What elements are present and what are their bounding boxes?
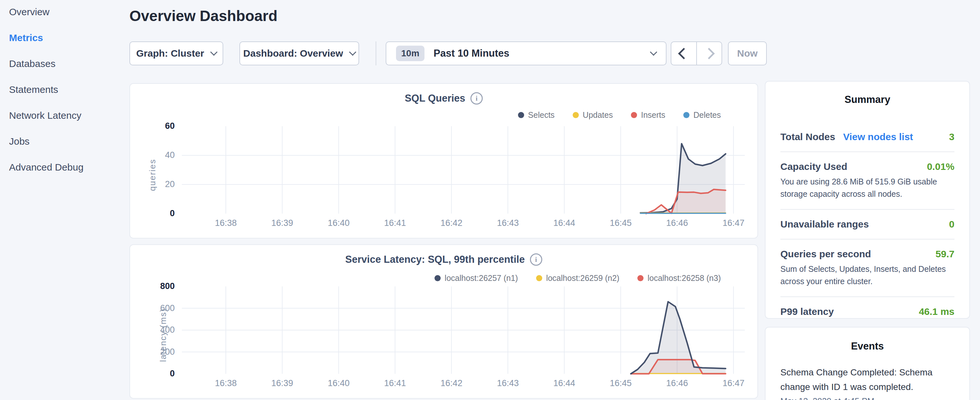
capacity-used-value: 0.01% — [927, 161, 955, 172]
x-axis-tick-label: 16:38 — [207, 378, 245, 388]
events-title: Events — [780, 341, 955, 352]
qps-value: 59.7 — [935, 249, 955, 260]
x-axis-tick-label: 16:44 — [545, 378, 584, 388]
unavailable-ranges-value: 0 — [949, 219, 955, 230]
time-window-badge: 10m — [396, 46, 425, 61]
time-step-forward-button[interactable] — [697, 42, 722, 65]
graph-dropdown-label: Graph: Cluster — [136, 48, 204, 59]
capacity-used-label: Capacity Used — [780, 161, 847, 172]
x-axis-tick-label: 16:45 — [601, 378, 640, 388]
view-nodes-list-link[interactable]: View nodes list — [843, 131, 913, 142]
event-item-timestamp: May 13, 2020 at 4:45 PM — [780, 396, 955, 400]
x-axis-tick-label: 16:40 — [319, 218, 358, 228]
summary-row-total-nodes: Total Nodes View nodes list 3 — [780, 122, 955, 151]
sidebar-item-network-latency[interactable]: Network Latency — [9, 110, 81, 121]
summary-row-capacity: Capacity Used 0.01% You are using 28.6 M… — [780, 151, 955, 209]
x-axis-tick-label: 16:46 — [658, 218, 697, 228]
p99-latency-label: P99 latency — [780, 306, 834, 317]
sidebar-item-statements[interactable]: Statements — [9, 84, 58, 95]
service-latency-card: Service Latency: SQL, 99th percentile i … — [129, 244, 758, 399]
x-axis-tick-label: 16:39 — [263, 378, 302, 388]
x-axis-tick-label: 16:47 — [714, 378, 753, 388]
sql-queries-card: SQL Queries i SelectsUpdatesInsertsDelet… — [129, 83, 758, 239]
time-step-group — [671, 41, 722, 65]
time-window-label: Past 10 Minutes — [434, 48, 509, 59]
sidebar-item-databases[interactable]: Databases — [9, 58, 55, 69]
summary-title: Summary — [780, 94, 955, 105]
chevron-down-icon — [210, 49, 218, 56]
series-area-Inserts — [646, 189, 726, 214]
time-step-back-button[interactable] — [671, 42, 697, 65]
y-axis-tick-label: 0 — [130, 209, 175, 218]
x-axis-tick-label: 16:39 — [263, 218, 302, 228]
event-item-text[interactable]: Schema Change Completed: Schema change w… — [780, 365, 935, 394]
chart-svg — [130, 84, 759, 239]
sidebar-item-advanced-debug[interactable]: Advanced Debug — [9, 162, 83, 173]
x-axis-tick-label: 16:40 — [319, 378, 358, 388]
summary-row-p99: P99 latency 46.1 ms — [780, 296, 955, 326]
chevron-right-icon — [703, 48, 715, 59]
x-axis-tick-label: 16:46 — [658, 378, 697, 388]
sidebar-item-jobs[interactable]: Jobs — [9, 136, 29, 147]
x-axis-tick-label: 16:43 — [488, 378, 527, 388]
summary-row-qps: Queries per second 59.7 Sum of Selects, … — [780, 239, 955, 296]
y-axis-title: queries — [148, 159, 158, 191]
dashboard-dropdown-label: Dashboard: Overview — [243, 48, 343, 59]
x-axis-tick-label: 16:42 — [432, 218, 471, 228]
x-axis-tick-label: 16:41 — [375, 378, 414, 388]
capacity-used-desc: You are using 28.6 MiB of 515.9 GiB usab… — [780, 175, 955, 200]
x-axis-tick-label: 16:38 — [207, 218, 245, 228]
sidebar-item-metrics[interactable]: Metrics — [9, 32, 43, 43]
summary-panel: Summary Total Nodes View nodes list 3 Ca… — [765, 81, 970, 319]
page-title: Overview Dashboard — [129, 7, 278, 25]
chart-svg — [130, 245, 759, 399]
time-range-dropdown[interactable]: 10m Past 10 Minutes — [386, 41, 667, 65]
qps-desc: Sum of Selects, Updates, Inserts, and De… — [780, 263, 955, 287]
y-axis-tick-label: 0 — [130, 369, 175, 379]
dashboard-dropdown[interactable]: Dashboard: Overview — [239, 41, 359, 65]
chevron-left-icon — [678, 48, 689, 59]
sidebar-item-overview[interactable]: Overview — [9, 6, 49, 18]
x-axis-tick-label: 16:41 — [375, 218, 414, 228]
x-axis-tick-label: 16:43 — [488, 218, 527, 228]
y-axis-tick-label: 60 — [130, 121, 175, 131]
x-axis-tick-label: 16:44 — [545, 218, 584, 228]
sql-queries-chart[interactable]: 020406016:3816:3916:4016:4116:4216:4316:… — [130, 84, 757, 238]
app-root: Overview Metrics Databases Statements Ne… — [0, 0, 980, 400]
x-axis-tick-label: 16:47 — [714, 218, 753, 228]
y-axis-tick-label: 800 — [130, 281, 175, 291]
chevron-down-icon — [650, 49, 657, 56]
qps-label: Queries per second — [780, 249, 871, 260]
chevron-down-icon — [349, 49, 356, 56]
summary-row-unavailable-ranges: Unavailable ranges 0 — [780, 209, 955, 239]
now-button[interactable]: Now — [728, 41, 767, 65]
controls-divider — [375, 41, 376, 65]
total-nodes-value: 3 — [949, 131, 955, 142]
unavailable-ranges-label: Unavailable ranges — [780, 219, 869, 230]
p99-latency-value: 46.1 ms — [919, 306, 955, 317]
graph-dropdown[interactable]: Graph: Cluster — [129, 41, 223, 65]
x-axis-tick-label: 16:45 — [601, 218, 640, 228]
service-latency-chart[interactable]: 020040060080016:3816:3916:4016:4116:4216… — [130, 245, 757, 398]
y-axis-title: latency (ms) — [158, 308, 168, 362]
x-axis-tick-label: 16:42 — [432, 378, 471, 388]
events-panel: Events Schema Change Completed: Schema c… — [765, 327, 970, 400]
total-nodes-label: Total Nodes — [780, 131, 835, 142]
